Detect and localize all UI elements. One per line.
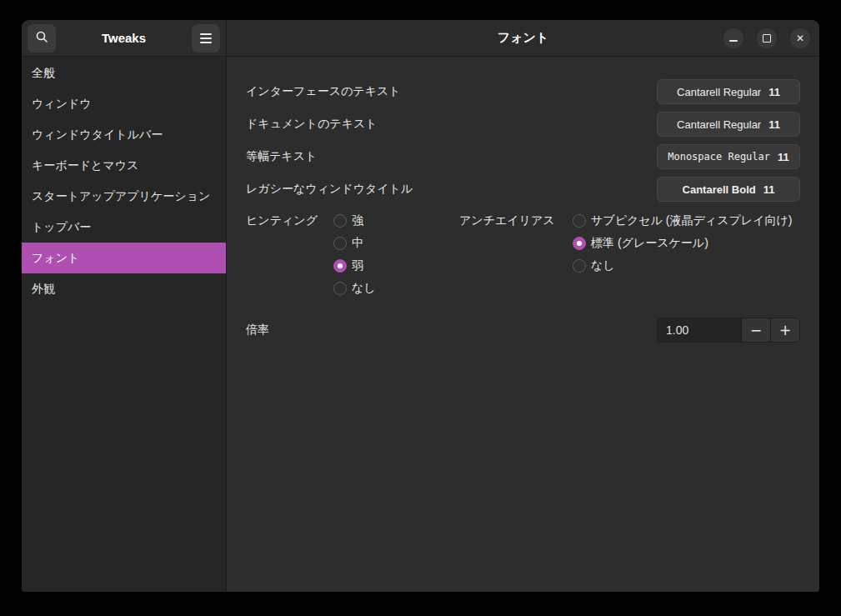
window-controls: ✕ [723, 20, 810, 56]
interface-font-button[interactable]: Cantarell Regular 11 [657, 79, 800, 104]
font-size: 11 [768, 118, 780, 131]
fonts-page: インターフェースのテキスト Cantarell Regular 11 ドキュメン… [227, 57, 819, 592]
radio-icon [573, 237, 586, 250]
monospace-text-row: 等幅テキスト Monospace Regular 11 [246, 144, 800, 169]
antialiasing-group: アンチエイリアス サブピクセル (液晶ディスプレイ向け) 標準 (グレースケール… [459, 209, 792, 299]
antialiasing-option-subpixel[interactable]: サブピクセル (液晶ディスプレイ向け) [573, 209, 792, 232]
document-text-label: ドキュメントのテキスト [246, 117, 378, 132]
scaling-factor-row: 倍率 − + [246, 318, 800, 343]
hinting-option-medium[interactable]: 中 [333, 232, 376, 254]
radio-label: サブピクセル (液晶ディスプレイ向け) [591, 213, 792, 228]
font-size: 11 [763, 183, 775, 196]
close-button[interactable]: ✕ [790, 28, 810, 48]
sidebar-item-label: 外観 [32, 282, 55, 297]
scaling-factor-input[interactable] [658, 318, 741, 342]
tweaks-window: Tweaks フォント ✕ 全般 ウィンドウ ウィンドウタイトルバー キーボード… [22, 20, 819, 592]
font-name: Cantarell Bold [683, 183, 756, 196]
scaling-factor-spinbutton: − + [657, 318, 800, 343]
monospace-font-button[interactable]: Monospace Regular 11 [657, 144, 800, 169]
radio-label: なし [352, 281, 376, 296]
legacy-window-titles-label: レガシーなウィンドウタイトル [246, 182, 413, 197]
decrease-button[interactable]: − [741, 318, 770, 342]
radio-icon [333, 282, 347, 295]
sidebar: 全般 ウィンドウ ウィンドウタイトルバー キーボードとマウス スタートアップアプ… [22, 57, 227, 592]
sidebar-item-startup-applications[interactable]: スタートアップアプリケーション [22, 181, 226, 212]
antialiasing-option-none[interactable]: なし [573, 254, 792, 277]
sidebar-item-appearance[interactable]: 外観 [22, 273, 226, 304]
sidebar-item-label: キーボードとマウス [32, 158, 138, 173]
minimize-button[interactable] [723, 28, 743, 48]
hinting-option-slight[interactable]: 弱 [333, 254, 376, 277]
radio-label: 中 [352, 236, 363, 251]
radio-icon [333, 259, 347, 273]
sidebar-item-label: フォント [32, 251, 79, 266]
font-size: 11 [768, 86, 780, 98]
hinting-options: 強 中 弱 なし [333, 209, 376, 299]
interface-text-row: インターフェースのテキスト Cantarell Regular 11 [246, 79, 800, 104]
radio-label: 強 [352, 213, 363, 228]
radio-icon [333, 214, 347, 228]
font-name: Monospace Regular [668, 151, 770, 163]
page-headerbar: フォント ✕ [227, 20, 819, 57]
scaling-factor-label: 倍率 [246, 323, 269, 338]
sidebar-item-window-titlebars[interactable]: ウィンドウタイトルバー [22, 119, 226, 150]
sidebar-item-top-bar[interactable]: トップバー [22, 212, 226, 243]
document-font-button[interactable]: Cantarell Regular 11 [657, 112, 800, 137]
hinting-group: ヒンティング 強 中 弱 な [246, 209, 459, 299]
search-button[interactable] [28, 24, 56, 53]
sidebar-item-label: スタートアップアプリケーション [32, 189, 210, 204]
search-icon [35, 30, 48, 46]
radio-label: 弱 [352, 258, 363, 273]
radio-icon [573, 259, 586, 273]
sidebar-item-label: トップバー [32, 220, 91, 235]
page-title: フォント [498, 30, 548, 46]
interface-text-label: インターフェースのテキスト [246, 84, 401, 99]
app-title: Tweaks [102, 31, 146, 45]
radio-label: なし [591, 258, 615, 273]
sidebar-item-label: 全般 [32, 66, 55, 81]
radio-icon [573, 214, 586, 228]
rendering-options: ヒンティング 強 中 弱 な [246, 209, 800, 299]
increase-button[interactable]: + [770, 318, 799, 342]
antialiasing-options: サブピクセル (液晶ディスプレイ向け) 標準 (グレースケール) なし [573, 209, 792, 277]
legacy-titles-font-button[interactable]: Cantarell Bold 11 [657, 177, 800, 202]
document-text-row: ドキュメントのテキスト Cantarell Regular 11 [246, 112, 800, 137]
radio-icon [333, 237, 347, 250]
font-name: Cantarell Regular [677, 118, 761, 131]
hinting-option-none[interactable]: なし [333, 277, 376, 299]
sidebar-item-windows[interactable]: ウィンドウ [22, 88, 226, 119]
legacy-window-titles-row: レガシーなウィンドウタイトル Cantarell Bold 11 [246, 177, 800, 202]
hamburger-icon [200, 33, 212, 43]
sidebar-item-fonts[interactable]: フォント [22, 243, 226, 273]
antialiasing-label: アンチエイリアス [459, 209, 573, 232]
sidebar-headerbar: Tweaks [22, 20, 227, 57]
font-name: Cantarell Regular [677, 86, 761, 98]
minimize-icon [729, 40, 738, 42]
sidebar-item-keyboard-mouse[interactable]: キーボードとマウス [22, 150, 226, 181]
sidebar-item-general[interactable]: 全般 [22, 58, 226, 88]
antialiasing-option-standard[interactable]: 標準 (グレースケール) [573, 232, 792, 254]
plus-icon: + [779, 322, 791, 338]
minus-icon: − [750, 322, 762, 338]
sidebar-item-label: ウィンドウ [32, 97, 92, 112]
hinting-option-full[interactable]: 強 [333, 209, 376, 232]
maximize-icon [763, 34, 771, 43]
hinting-label: ヒンティング [246, 209, 333, 232]
maximize-button[interactable] [757, 28, 777, 48]
menu-button[interactable] [192, 24, 220, 53]
close-icon: ✕ [796, 33, 804, 43]
monospace-text-label: 等幅テキスト [246, 149, 317, 164]
font-size: 11 [778, 151, 789, 163]
sidebar-item-label: ウィンドウタイトルバー [32, 128, 163, 143]
radio-label: 標準 (グレースケール) [591, 236, 708, 251]
